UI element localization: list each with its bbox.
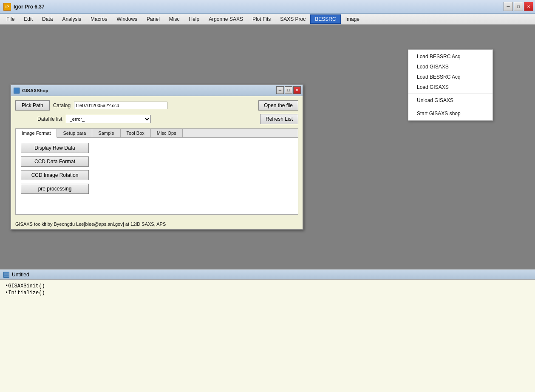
refresh-list-button[interactable]: Refresh List	[260, 114, 298, 124]
gisaxshop-title: GISAXShop	[22, 88, 48, 93]
close-button[interactable]: ✕	[524, 2, 533, 11]
dropdown-load-bessrc-acq-2[interactable]: Load BESSRC Acq	[408, 72, 493, 82]
dropdown-separator-1	[408, 94, 493, 94]
menu-edit[interactable]: Edit	[19, 14, 37, 24]
tab-misc-ops[interactable]: Misc Ops	[151, 129, 183, 137]
menu-bar: File Edit Data Analysis Macros Windows P…	[0, 14, 535, 25]
menu-windows[interactable]: Windows	[112, 14, 142, 24]
app-icon: IP	[3, 3, 11, 11]
open-file-button[interactable]: Open the file	[258, 100, 298, 111]
display-raw-button[interactable]: Display Raw Data	[21, 143, 89, 153]
tab-image-format[interactable]: Image Format	[16, 129, 57, 138]
title-bar: IP Igor Pro 6.37 ─ □ ✕	[0, 0, 535, 14]
pick-path-button[interactable]: Pick Path	[15, 100, 50, 111]
gisaxshop-minimize[interactable]: ─	[276, 86, 284, 94]
menu-plot-fits[interactable]: Plot Fits	[248, 14, 275, 24]
menu-misc[interactable]: Misc	[164, 14, 184, 24]
menu-macros[interactable]: Macros	[86, 14, 112, 24]
dropdown-load-bessrc-acq-1[interactable]: Load BESSRC Acq	[408, 51, 493, 62]
svg-rect-2	[4, 276, 9, 277]
dropdown-unload-gisaxs[interactable]: Unload GISAXS	[408, 95, 493, 105]
tab-setup-para[interactable]: Setup para	[57, 129, 92, 137]
catalog-label: Catalog	[53, 102, 71, 108]
console-icon	[3, 272, 9, 278]
menu-saxs-proc[interactable]: SAXS Proc	[275, 14, 310, 24]
maximize-button[interactable]: □	[514, 2, 523, 11]
gisaxshop-window: GISAXShop ─ □ ✕ Pick Path Catalog Open t…	[10, 84, 303, 230]
gisaxshop-controls: ─ □ ✕	[276, 86, 301, 94]
gisaxshop-title-bar: GISAXShop ─ □ ✕	[11, 85, 303, 96]
dropdown-load-gisaxs-1[interactable]: Load GISAXS	[408, 62, 493, 72]
menu-panel[interactable]: Panel	[142, 14, 164, 24]
second-row: Datafile list _error_ Refresh List	[15, 114, 298, 124]
console-line-1: •GISAXSinit()	[5, 283, 530, 289]
gisaxshop-close[interactable]: ✕	[293, 86, 301, 94]
main-content: Load BESSRC Acq Load GISAXS Load BESSRC …	[0, 25, 535, 392]
gisaxshop-maximize[interactable]: □	[285, 86, 292, 94]
menu-argonne-saxs[interactable]: Argonne SAXS	[204, 14, 248, 24]
console-title-bar: Untitled	[0, 270, 535, 280]
menu-analysis[interactable]: Analysis	[57, 14, 86, 24]
svg-rect-0	[4, 273, 9, 274]
menu-bessrc[interactable]: BESSRC	[310, 14, 340, 24]
menu-help[interactable]: Help	[184, 14, 204, 24]
app-title: Igor Pro 6.37	[14, 4, 45, 10]
tabs-header: Image Format Setup para Sample Tool Box …	[16, 129, 298, 138]
footer-text: GISAXS toolkit by Byeongdu Lee[blee@aps.…	[15, 222, 166, 227]
console-lines: •GISAXSinit() •Initialize()	[0, 280, 535, 300]
gisaxshop-footer: GISAXS toolkit by Byeongdu Lee[blee@aps.…	[11, 219, 303, 229]
menu-data[interactable]: Data	[37, 14, 57, 24]
console-line-2: •Initialize()	[5, 290, 530, 296]
minimize-button[interactable]: ─	[504, 2, 513, 11]
tabs-container: Image Format Setup para Sample Tool Box …	[15, 128, 298, 215]
console-title: Untitled	[12, 272, 29, 278]
ccd-format-button[interactable]: CCD Data Format	[21, 156, 89, 167]
title-controls: ─ □ ✕	[504, 2, 533, 11]
dropdown-separator-2	[408, 107, 493, 107]
tab-content-image-format: Display Raw Data CCD Data Format CCD Ima…	[16, 138, 298, 214]
catalog-input[interactable]	[74, 102, 167, 109]
menu-image[interactable]: Image	[341, 14, 364, 24]
svg-rect-1	[4, 274, 9, 276]
console-panel: Untitled •GISAXSinit() •Initialize()	[0, 269, 535, 392]
top-row: Pick Path Catalog Open the file	[15, 100, 298, 111]
gisaxshop-body: Pick Path Catalog Open the file Datafile…	[11, 96, 303, 219]
dropdown-load-gisaxs-2[interactable]: Load GISAXS	[408, 82, 493, 92]
datafile-label: Datafile list	[15, 116, 62, 122]
dropdown-start-gisaxs-shop[interactable]: Start GISAXS shop	[408, 108, 493, 119]
ccd-rotation-button[interactable]: CCD Image Rotation	[21, 170, 89, 180]
datafile-select[interactable]: _error_	[66, 115, 151, 123]
tab-sample[interactable]: Sample	[92, 129, 120, 137]
tab-tool-box[interactable]: Tool Box	[121, 129, 151, 137]
bessrc-dropdown: Load BESSRC Acq Load GISAXS Load BESSRC …	[408, 49, 493, 121]
pre-processing-button[interactable]: pre processing	[21, 184, 89, 194]
menu-file[interactable]: File	[2, 14, 19, 24]
gisaxshop-icon	[14, 88, 20, 94]
